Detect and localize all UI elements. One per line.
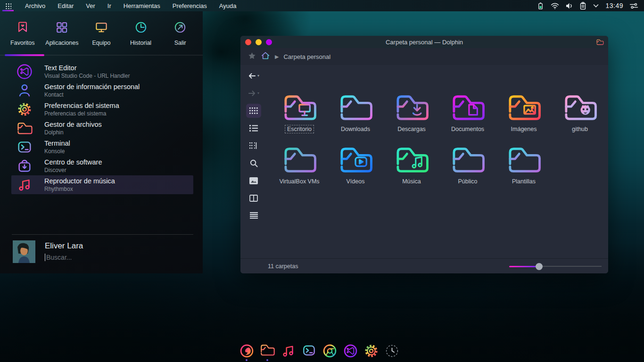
folder-label: Público xyxy=(456,177,480,186)
folder-publico[interactable]: Público xyxy=(442,145,494,186)
item-subtitle: Visual Studio Code - URL Handler xyxy=(44,73,130,79)
menu-ver[interactable]: Ver xyxy=(80,0,101,11)
file-manager-icon xyxy=(259,343,275,359)
play-emblem xyxy=(355,157,366,166)
dock-file-manager[interactable] xyxy=(259,342,275,362)
apps-grid-icon xyxy=(5,3,11,9)
launcher-item-text-editor[interactable]: Text Editor Visual Studio Code - URL Han… xyxy=(0,62,203,81)
maximize-button[interactable] xyxy=(266,39,272,45)
close-button[interactable] xyxy=(245,39,251,45)
app-launcher-button[interactable] xyxy=(0,0,16,11)
clipboard-icon[interactable] xyxy=(579,2,586,10)
tab-aplicaciones[interactable]: Aplicaciones xyxy=(42,11,82,55)
folder-descargas[interactable]: Descargas xyxy=(386,92,438,133)
folder-label: github xyxy=(570,125,590,133)
zoom-slider[interactable] xyxy=(509,263,602,270)
favorites-list: Text Editor Visual Studio Code - URL Han… xyxy=(0,56,203,194)
folder-label: Plantillas xyxy=(510,177,538,186)
folder-icon xyxy=(16,121,33,136)
folder-virtualbox-vms[interactable]: VirtualBox VMs xyxy=(273,145,325,186)
volume-icon[interactable] xyxy=(565,2,573,9)
item-title: Centro de software xyxy=(44,158,102,166)
tab-salir[interactable]: Salir xyxy=(160,11,200,55)
folder-plantillas[interactable]: Plantillas xyxy=(498,145,550,186)
folder-videos[interactable]: Vídeos xyxy=(330,145,381,186)
list-view-button[interactable] xyxy=(246,121,261,135)
dock-clock[interactable] xyxy=(384,342,400,362)
home-icon[interactable] xyxy=(261,51,270,62)
avatar[interactable] xyxy=(13,240,35,263)
dock-music-player[interactable] xyxy=(280,342,296,362)
dock-firefox[interactable] xyxy=(239,342,255,362)
chevron-down-icon[interactable] xyxy=(593,4,599,8)
search-icon[interactable] xyxy=(246,156,261,170)
menu-ayuda[interactable]: Ayuda xyxy=(213,0,243,11)
dock-chrome[interactable] xyxy=(322,342,338,362)
breadcrumb-location[interactable]: Carpeta personal xyxy=(283,53,330,60)
back-button[interactable]: ▾ xyxy=(246,69,261,83)
terminal-icon xyxy=(301,343,317,360)
status-bar: 11 carpetas xyxy=(240,258,608,273)
launcher-item-discover[interactable]: Centro de software Discover xyxy=(0,156,203,175)
menu-preferencias[interactable]: Preferencias xyxy=(166,0,213,11)
slider-handle[interactable] xyxy=(536,263,543,270)
folder-label: Documentos xyxy=(449,125,487,133)
battery-icon[interactable] xyxy=(537,2,545,10)
tab-label: Historial xyxy=(130,40,151,46)
compact-view-button[interactable] xyxy=(246,139,261,153)
chrome-icon xyxy=(322,343,338,361)
folder-label: Vídeos xyxy=(344,177,367,186)
titlebar-folder-icon[interactable] xyxy=(596,39,608,46)
icons-view-button[interactable] xyxy=(246,104,261,118)
user-divider xyxy=(12,234,193,235)
window-titlebar[interactable]: Carpeta personal — Dolphin xyxy=(240,36,608,48)
item-title: Preferencias del sistema xyxy=(44,102,119,110)
folder-musica[interactable]: Música xyxy=(386,145,438,186)
dropdown-caret-icon: ▾ xyxy=(257,74,259,78)
bookmark-star-icon[interactable] xyxy=(248,52,256,62)
tab-label: Salir xyxy=(174,40,186,46)
folder-grid: Escritorio Downloads Descargas Documento… xyxy=(273,92,608,186)
item-title: Terminal xyxy=(44,140,70,148)
minimize-button[interactable] xyxy=(256,39,262,45)
menu-herramientas[interactable]: Herramientas xyxy=(117,0,166,11)
user-area: Eliver Lara xyxy=(13,240,193,263)
forward-button[interactable]: ▾ xyxy=(246,86,261,100)
menu-ir[interactable]: Ir xyxy=(101,0,117,11)
software-bag-icon xyxy=(16,158,33,174)
tab-historial[interactable]: Historial xyxy=(121,11,161,55)
window-controls xyxy=(240,39,272,45)
image-emblem xyxy=(524,106,535,114)
folder-github[interactable]: github xyxy=(554,92,606,133)
menu-editar[interactable]: Editar xyxy=(51,0,80,11)
split-view-icon[interactable] xyxy=(246,191,261,205)
launcher-item-system-settings[interactable]: Preferencias del sistema Preferencias de… xyxy=(0,100,203,119)
preview-image-icon[interactable] xyxy=(246,173,261,188)
item-title: Text Editor xyxy=(44,64,130,72)
hamburger-menu-icon[interactable] xyxy=(246,208,261,222)
search-input[interactable] xyxy=(46,254,193,261)
dock-terminal[interactable] xyxy=(301,342,317,362)
launcher-item-dolphin[interactable]: Gestor de archivos Dolphin xyxy=(0,119,203,138)
slider-fill xyxy=(509,266,537,267)
launcher-item-konsole[interactable]: Terminal Konsole xyxy=(0,138,203,156)
location-bar: ▶ Carpeta personal xyxy=(240,48,608,65)
tab-favoritos[interactable]: Favoritos xyxy=(3,11,42,55)
launcher-item-kontact[interactable]: Gestor de información personal Kontact xyxy=(0,81,203,100)
clock[interactable]: 13:49 xyxy=(605,2,623,9)
dock-settings[interactable] xyxy=(363,342,379,362)
folder-documentos[interactable]: Documentos xyxy=(442,92,494,133)
tweaks-icon[interactable] xyxy=(629,2,638,9)
music-note-emblem xyxy=(413,157,421,168)
dock xyxy=(239,342,400,362)
folder-escritorio[interactable]: Escritorio xyxy=(273,92,325,133)
item-title: Reproductor de música xyxy=(44,177,115,185)
wifi-icon[interactable] xyxy=(551,2,559,9)
folder-downloads[interactable]: Downloads xyxy=(330,92,381,133)
menu-archivo[interactable]: Archivo xyxy=(19,0,51,11)
folder-imagenes[interactable]: Imágenes xyxy=(498,92,550,133)
chevron-right-icon: ▶ xyxy=(275,54,279,60)
tab-equipo[interactable]: Equipo xyxy=(82,11,121,55)
launcher-item-rhythmbox[interactable]: Reproductor de música Rhythmbox xyxy=(11,175,193,194)
dock-vscode[interactable] xyxy=(342,342,358,362)
